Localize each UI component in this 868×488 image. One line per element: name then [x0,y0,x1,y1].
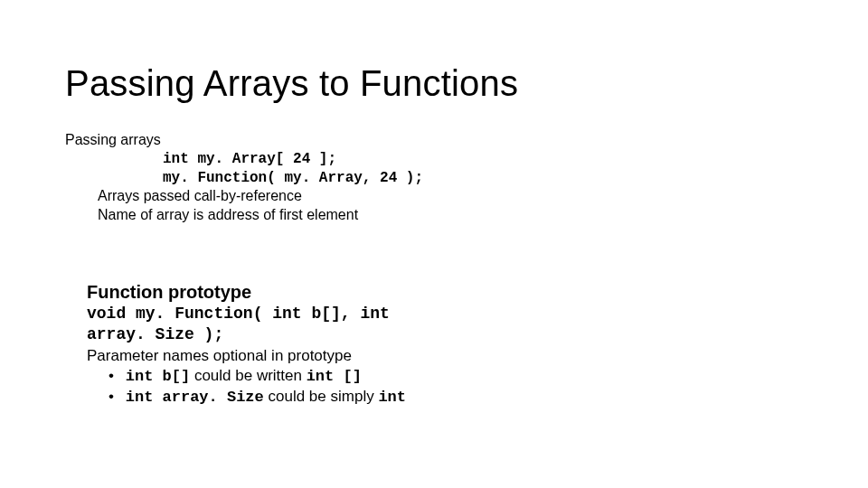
section1-heading: Passing arrays [65,131,423,150]
section2-heading: Function prototype [87,280,406,304]
section-passing-arrays: Passing arrays int my. Array[ 24 ]; my. … [65,131,423,225]
bullet1-code1: int b[] [126,368,190,385]
bullet2-code2: int [378,389,406,406]
code-array-decl: int my. Array[ 24 ]; [65,150,423,169]
slide-title: Passing Arrays to Functions [65,63,518,104]
bullet1-mid: could be written [190,367,307,384]
bullet-item: • int b[] could be written int [] [108,366,406,387]
note-call-by-reference: Arrays passed call-by-reference [65,187,423,206]
bullet-icon: • [108,366,121,386]
bullet-item: • int array. Size could be simply int [108,387,406,408]
bullet-icon: • [108,387,121,407]
bullet2-mid: could be simply [264,388,379,405]
bullet1-code2: int [] [307,368,362,385]
proto-line2: array. Size ); [87,324,406,345]
param-names-optional: Parameter names optional in prototype [87,346,406,366]
note-array-address: Name of array is address of first elemen… [65,206,423,225]
bullet-list: • int b[] could be written int [] • int … [87,366,406,408]
section-function-prototype: Function prototype void my. Function( in… [87,280,406,408]
code-function-call: my. Function( my. Array, 24 ); [65,169,423,188]
slide: { "title": "Passing Arrays to Functions"… [0,0,868,488]
bullet2-code1: int array. Size [126,389,264,406]
prototype-code: void my. Function( int b[], int array. S… [87,304,406,346]
proto-line1: void my. Function( int b[], int [87,304,406,324]
